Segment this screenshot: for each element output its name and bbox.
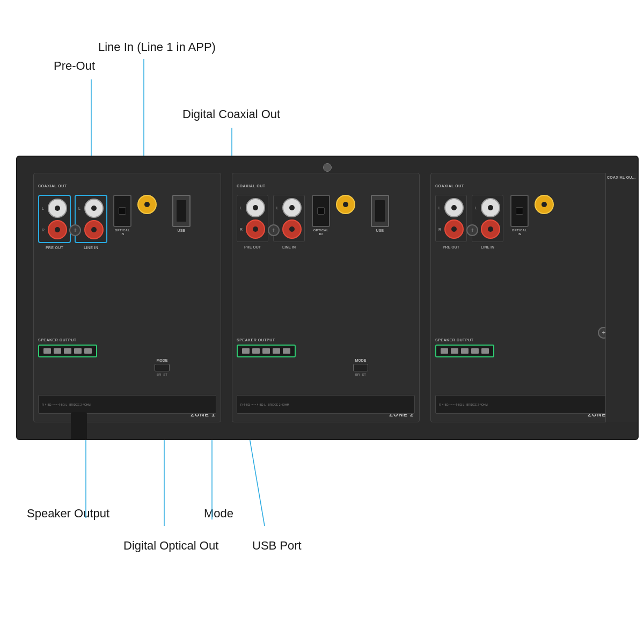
zone2-coaxial-out-group bbox=[336, 195, 355, 214]
zone3-optical-in-group: OPTICALIN bbox=[510, 195, 529, 236]
zone1-coaxial-label: COAXIAL OUT bbox=[38, 184, 67, 188]
zone1-usb-port[interactable] bbox=[172, 195, 191, 227]
zone2-mode-section: MODE BR ST bbox=[353, 358, 368, 376]
zone2-ground-screw: + bbox=[268, 224, 280, 236]
zone3-pre-out-label: PRE OUT bbox=[443, 245, 459, 249]
zone3-pre-out-r[interactable] bbox=[444, 219, 464, 239]
zone3-panel: ZONE 3 COAXIAL OUT L R PRE OUT L bbox=[430, 173, 618, 422]
zone2-pre-out-r[interactable] bbox=[246, 219, 265, 239]
zone3-coaxial-label: COAXIAL OUT bbox=[435, 184, 464, 188]
zone2-wire-diagram: R 4-8Ω ⊸⊸ 4-8Ω L BRIDGE 2-4OHM bbox=[237, 395, 415, 414]
mode-label: Mode bbox=[204, 507, 233, 521]
zone2-pre-out-label: PRE OUT bbox=[244, 245, 261, 249]
zone2-line-in-r[interactable] bbox=[282, 219, 302, 239]
zone3-speaker-label: SPEAKER OUTPUT bbox=[435, 338, 494, 342]
zone3-optical-connector[interactable] bbox=[510, 195, 529, 227]
zone2-pre-out-l[interactable] bbox=[246, 198, 265, 217]
zone1-optical-in-label: OPTICALIN bbox=[115, 229, 130, 236]
zone1-speaker-label: SPEAKER OUTPUT bbox=[38, 338, 97, 342]
zone1-usb-label: USB bbox=[178, 229, 186, 232]
speaker-output-label: Speaker Output bbox=[27, 507, 109, 521]
zone1-line-in-r[interactable] bbox=[84, 220, 104, 239]
zone3-pre-out-l[interactable] bbox=[444, 198, 464, 217]
usb-port-label: USB Port bbox=[252, 539, 302, 553]
zone1-pre-out-label: PRE OUT bbox=[46, 246, 63, 250]
zone1-line-in-l[interactable] bbox=[84, 199, 104, 218]
screw-top-center bbox=[323, 163, 332, 172]
zone2-pre-out-group: L R PRE OUT bbox=[237, 195, 268, 242]
zone2-coaxial-rca[interactable] bbox=[336, 195, 355, 214]
zone1-speaker-terminal[interactable] bbox=[38, 345, 97, 357]
zone2-br-label: BR bbox=[355, 373, 360, 376]
zone2-speaker-terminal[interactable] bbox=[237, 345, 296, 357]
zone3-coaxial-out-group bbox=[535, 195, 554, 214]
zone3-ground-screw: + bbox=[466, 224, 478, 236]
zone2-st-label: ST bbox=[362, 373, 366, 376]
zone2-usb-label: USB bbox=[376, 229, 384, 232]
pre-out-label: Pre-Out bbox=[54, 59, 95, 73]
zone3-line-in-l[interactable] bbox=[481, 198, 500, 217]
zone1-coaxial-out-group bbox=[137, 195, 157, 214]
zone1-mode-label: MODE bbox=[157, 358, 168, 362]
zone2-mode-label: MODE bbox=[355, 358, 367, 362]
zone1-coaxial-rca[interactable] bbox=[137, 195, 157, 214]
zone1-usb-group: USB bbox=[172, 195, 191, 232]
zone1-br-label: BR bbox=[157, 373, 161, 376]
zone1-pre-out-group: L R PRE OUT bbox=[38, 195, 71, 243]
zone4-partial: COAXIAL OU... bbox=[605, 173, 638, 422]
zone3-speaker-section: SPEAKER OUTPUT bbox=[435, 338, 494, 357]
zone2-usb-port[interactable] bbox=[371, 195, 389, 227]
zone1-panel: ZONE 1 COAXIAL OUT L R PRE OUT L bbox=[33, 173, 221, 422]
zone1-optical-connector[interactable] bbox=[113, 195, 131, 227]
zone1-ground-screw: + bbox=[69, 224, 81, 236]
line-in-label: Line In (Line 1 in APP) bbox=[98, 40, 216, 54]
zone2-optical-in-group: OPTICALIN bbox=[312, 195, 330, 236]
zone2-speaker-label: SPEAKER OUTPUT bbox=[237, 338, 296, 342]
zone2-optical-in-label: OPTICALIN bbox=[313, 229, 328, 236]
zone3-optical-in-label: OPTICALIN bbox=[512, 229, 527, 236]
zone2-mode-switch[interactable] bbox=[353, 364, 368, 371]
zone3-wire-diagram: R 4-8Ω ⊸⊸ 4-8Ω L BRIDGE 2-4OHM bbox=[435, 395, 613, 414]
zone2-coaxial-label: COAXIAL OUT bbox=[237, 184, 266, 188]
amplifier-body: ZONE 1 COAXIAL OUT L R PRE OUT L bbox=[16, 156, 639, 440]
zone2-line-in-label: LINE IN bbox=[282, 245, 296, 249]
cable-stub bbox=[71, 412, 87, 439]
zone3-speaker-terminal[interactable] bbox=[435, 345, 494, 357]
zone1-st-label: ST bbox=[163, 373, 167, 376]
zone1-pre-out-l[interactable] bbox=[48, 199, 67, 218]
zone1-mode-section: MODE BR ST bbox=[155, 358, 170, 376]
digital-optical-out-label: Digital Optical Out bbox=[123, 539, 218, 553]
zone2-speaker-section: SPEAKER OUTPUT bbox=[237, 338, 296, 357]
zone2-line-in-l[interactable] bbox=[282, 198, 302, 217]
zone1-pre-out-r[interactable] bbox=[48, 220, 67, 239]
zone3-coaxial-rca[interactable] bbox=[535, 195, 554, 214]
zone2-usb-group: USB bbox=[371, 195, 389, 232]
zone3-line-in-label: LINE IN bbox=[481, 245, 494, 249]
zone1-optical-in-group: OPTICALIN bbox=[113, 195, 131, 236]
zone3-pre-out-group: L R PRE OUT bbox=[435, 195, 467, 242]
zone2-optical-connector[interactable] bbox=[312, 195, 330, 227]
zone1-mode-switch[interactable] bbox=[155, 364, 170, 371]
zone1-wire-diagram: R 4-8Ω ⊸⊸ 4-8Ω L BRIDGE 2-4OHM bbox=[38, 395, 216, 414]
digital-coaxial-out-label: Digital Coaxial Out bbox=[182, 107, 280, 121]
zone2-panel: ZONE 2 COAXIAL OUT L R PRE OUT L bbox=[232, 173, 420, 422]
zone1-line-in-label: LINE IN bbox=[84, 246, 98, 250]
zone1-speaker-section: SPEAKER OUTPUT bbox=[38, 338, 97, 357]
zone3-line-in-r[interactable] bbox=[481, 219, 500, 239]
